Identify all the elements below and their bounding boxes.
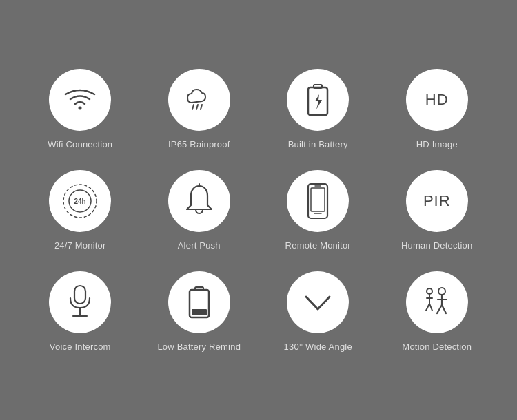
voice-intercom-label: Voice Intercom bbox=[50, 342, 111, 352]
feature-built-in-battery: Built in Battery bbox=[265, 69, 371, 149]
svg-line-1 bbox=[192, 105, 194, 109]
human-detection-label: Human Detection bbox=[401, 240, 472, 251]
wifi-connection-label: Wifi Connection bbox=[48, 139, 112, 149]
feature-wifi-connection: Wifi Connection bbox=[28, 69, 133, 149]
247-monitor-circle: 24h bbox=[49, 170, 111, 232]
built-in-battery-label: Built in Battery bbox=[288, 139, 348, 149]
feature-human-detection: PIR Human Detection bbox=[385, 170, 490, 251]
svg-rect-20 bbox=[192, 309, 207, 315]
hd-text: HD bbox=[425, 91, 449, 109]
hd-image-label: HD Image bbox=[416, 139, 458, 149]
feature-voice-intercom: Voice Intercom bbox=[28, 271, 133, 352]
motion-detection-circle bbox=[406, 271, 468, 333]
alert-push-label: Alert Push bbox=[178, 240, 221, 251]
svg-point-21 bbox=[427, 288, 432, 294]
low-battery-remind-circle bbox=[168, 271, 230, 333]
svg-line-2 bbox=[196, 105, 198, 109]
svg-rect-15 bbox=[74, 286, 85, 304]
svg-text:24h: 24h bbox=[74, 198, 86, 205]
voice-intercom-circle bbox=[49, 271, 111, 333]
human-detection-circle: PIR bbox=[406, 170, 468, 232]
feature-remote-monitor: Remote Monitor bbox=[265, 170, 371, 251]
svg-rect-5 bbox=[314, 85, 322, 88]
remote-monitor-circle bbox=[287, 170, 349, 232]
motion-detection-label: Motion Detection bbox=[402, 342, 472, 352]
wide-angle-circle bbox=[287, 271, 349, 333]
feature-ip65-rainproof: IP65 Rainproof bbox=[147, 69, 252, 149]
feature-alert-push: Alert Push bbox=[147, 170, 252, 251]
low-battery-remind-label: Low Battery Remind bbox=[157, 342, 241, 352]
feature-wide-angle: 130° Wide Angle bbox=[265, 271, 371, 352]
wide-angle-label: 130° Wide Angle bbox=[284, 342, 352, 352]
ip65-rainproof-label: IP65 Rainproof bbox=[168, 139, 230, 149]
svg-rect-11 bbox=[311, 188, 325, 211]
svg-rect-19 bbox=[195, 287, 203, 291]
svg-line-3 bbox=[201, 105, 202, 109]
svg-point-0 bbox=[79, 106, 82, 109]
247-monitor-label: 24/7 Monitor bbox=[54, 240, 106, 251]
feature-motion-detection: Motion Detection bbox=[385, 271, 490, 352]
pir-text: PIR bbox=[423, 192, 451, 210]
feature-247-monitor: 24h 24/7 Monitor bbox=[28, 170, 133, 251]
feature-low-battery-remind: Low Battery Remind bbox=[147, 271, 252, 352]
alert-push-circle bbox=[168, 170, 230, 232]
remote-monitor-label: Remote Monitor bbox=[285, 240, 351, 251]
svg-point-22 bbox=[438, 288, 445, 295]
features-grid: Wifi Connection IP65 Rainproof bbox=[0, 55, 517, 366]
ip65-rainproof-circle bbox=[168, 69, 230, 131]
built-in-battery-circle bbox=[287, 69, 349, 131]
hd-image-circle: HD bbox=[406, 69, 468, 131]
feature-hd-image: HD HD Image bbox=[385, 69, 490, 149]
wifi-connection-circle bbox=[49, 69, 111, 131]
